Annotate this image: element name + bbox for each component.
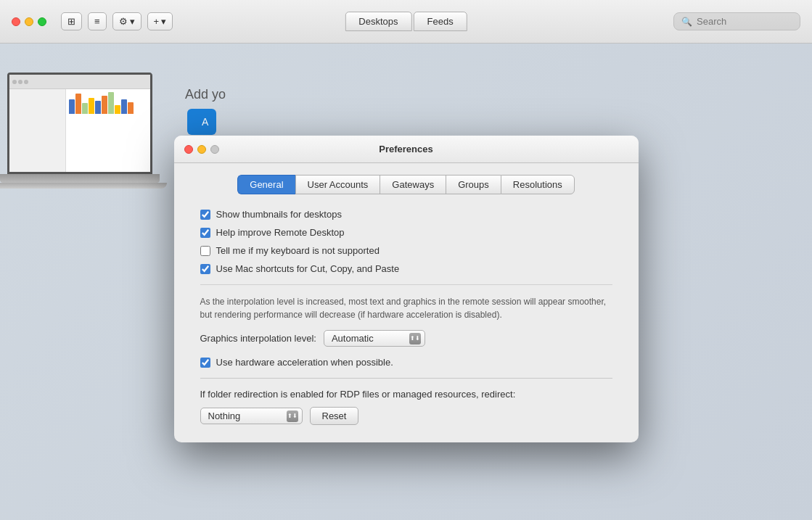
chart-bar: [102, 96, 107, 114]
tab-resolutions[interactable]: Resolutions: [501, 175, 575, 194]
pref-tabs: General User Accounts Gateways Groups Re…: [189, 175, 624, 194]
tab-feeds[interactable]: Feeds: [414, 12, 467, 31]
titlebar: ⊞ ≡ ⚙ ▾ + ▾ Desktops Feeds 🔍: [0, 0, 812, 44]
interpolation-select[interactable]: Automatic Low Medium High: [324, 330, 425, 347]
screen-body: [9, 89, 150, 172]
search-icon: 🔍: [681, 17, 692, 27]
redirect-select[interactable]: Nothing Downloads folder Desktop Custom …: [200, 408, 303, 424]
list-view-button[interactable]: ≡: [88, 12, 107, 30]
reset-button[interactable]: Reset: [310, 407, 359, 425]
chart-bar: [89, 98, 94, 114]
chart-bar: [115, 105, 120, 114]
chart-bar: [75, 94, 81, 114]
gear-arrow-icon: ▾: [130, 16, 135, 27]
interpolation-row: Graphics interpolation level: Automatic …: [200, 330, 612, 347]
gear-button[interactable]: ⚙ ▾: [112, 12, 142, 30]
redirect-row: Nothing Downloads folder Desktop Custom …: [200, 407, 612, 425]
checkbox-hardware-row: Use hardware acceleration when possible.: [200, 357, 612, 368]
screen-sidebar: [9, 89, 66, 172]
titlebar-left: ⊞ ≡ ⚙ ▾ + ▾: [12, 12, 173, 30]
laptop-bottom: [0, 183, 167, 189]
checkbox-shortcuts[interactable]: [200, 264, 210, 274]
chart-bar: [95, 101, 101, 114]
separator: [200, 378, 612, 379]
chart-bar: [128, 102, 134, 114]
gear-icon: ⚙: [119, 16, 128, 27]
interpolation-description: As the interpolation level is increased,…: [200, 284, 612, 321]
checkbox-thumbnails[interactable]: [200, 210, 210, 220]
laptop-screen: [7, 73, 152, 174]
modal-body: General User Accounts Gateways Groups Re…: [174, 163, 639, 442]
traffic-lights: [12, 17, 46, 26]
screen-chart: [66, 89, 150, 172]
screen-toolbar: [9, 75, 150, 89]
minimize-button[interactable]: [25, 17, 33, 26]
chart-bar: [108, 92, 114, 114]
checkbox-thumbnails-row: Show thumbnails for desktops: [200, 209, 612, 220]
modal-title: Preferences: [379, 144, 432, 154]
chart-bar-row: [69, 92, 147, 114]
chart-bar: [121, 99, 127, 114]
add-arrow-icon: ▾: [161, 16, 166, 27]
search-input[interactable]: [697, 16, 792, 27]
modal-traffic-lights: [184, 145, 219, 154]
maximize-button[interactable]: [38, 17, 46, 26]
checkbox-improve-label: Help improve Remote Desktop: [216, 227, 345, 238]
interpolation-label: Graphics interpolation level:: [200, 333, 316, 344]
checkbox-hardware-label: Use hardware acceleration when possible.: [216, 357, 393, 368]
checkbox-keyboard-row: Tell me if my keyboard is not supported: [200, 245, 612, 256]
search-box: 🔍: [673, 12, 800, 30]
checkbox-shortcuts-row: Use Mac shortcuts for Cut, Copy, and Pas…: [200, 263, 612, 274]
grid-icon: ⊞: [67, 16, 75, 27]
plus-icon: +: [154, 16, 160, 27]
modal-minimize-button[interactable]: [197, 145, 206, 154]
modal-close-button[interactable]: [184, 145, 193, 154]
titlebar-center: Desktops Feeds: [345, 12, 467, 31]
add-button[interactable]: + ▾: [147, 12, 173, 30]
chart-bar: [82, 103, 88, 114]
close-button[interactable]: [12, 17, 20, 26]
screen-dot-2: [18, 80, 22, 84]
tab-desktops[interactable]: Desktops: [345, 12, 411, 31]
interpolation-select-wrapper: Automatic Low Medium High ⬆⬇: [324, 330, 425, 347]
laptop-illustration: [0, 73, 167, 348]
tab-groups[interactable]: Groups: [446, 175, 501, 194]
tab-general[interactable]: General: [237, 175, 295, 194]
list-icon: ≡: [94, 16, 100, 27]
modal-zoom-button[interactable]: [210, 145, 219, 154]
tab-gateways[interactable]: Gateways: [380, 175, 446, 194]
checkboxes-section: Show thumbnails for desktops Help improv…: [189, 209, 624, 274]
checkbox-keyboard-label: Tell me if my keyboard is not supported: [216, 245, 380, 256]
screen-dot-3: [24, 80, 28, 84]
main-add-button[interactable]: A: [187, 109, 216, 135]
titlebar-tabs: Desktops Feeds: [345, 12, 467, 31]
tab-user-accounts[interactable]: User Accounts: [295, 175, 380, 194]
redirect-select-wrapper: Nothing Downloads folder Desktop Custom …: [200, 408, 303, 424]
add-prompt-text: Add yo: [185, 87, 226, 102]
checkbox-thumbnails-label: Show thumbnails for desktops: [216, 209, 342, 220]
grid-view-button[interactable]: ⊞: [61, 12, 82, 30]
preferences-modal[interactable]: Preferences General User Accounts Gatewa…: [174, 136, 639, 442]
toolbar-icons: ⊞ ≡ ⚙ ▾ + ▾: [61, 12, 173, 30]
laptop-base: [0, 174, 160, 183]
screen-dot-1: [12, 80, 17, 84]
checkbox-keyboard[interactable]: [200, 246, 210, 256]
modal-titlebar: Preferences: [174, 136, 639, 163]
checkbox-hardware[interactable]: [200, 358, 210, 368]
chart-bar: [69, 99, 75, 114]
description-section: As the interpolation level is increased,…: [189, 284, 624, 425]
checkbox-improve-row: Help improve Remote Desktop: [200, 227, 612, 238]
checkbox-shortcuts-label: Use Mac shortcuts for Cut, Copy, and Pas…: [216, 263, 400, 274]
redirect-label: If folder redirection is enabled for RDP…: [200, 389, 612, 400]
screen-content: [9, 75, 150, 172]
checkbox-improve[interactable]: [200, 228, 210, 238]
main-content: Add yo A Preferences General User Accoun…: [0, 44, 812, 520]
